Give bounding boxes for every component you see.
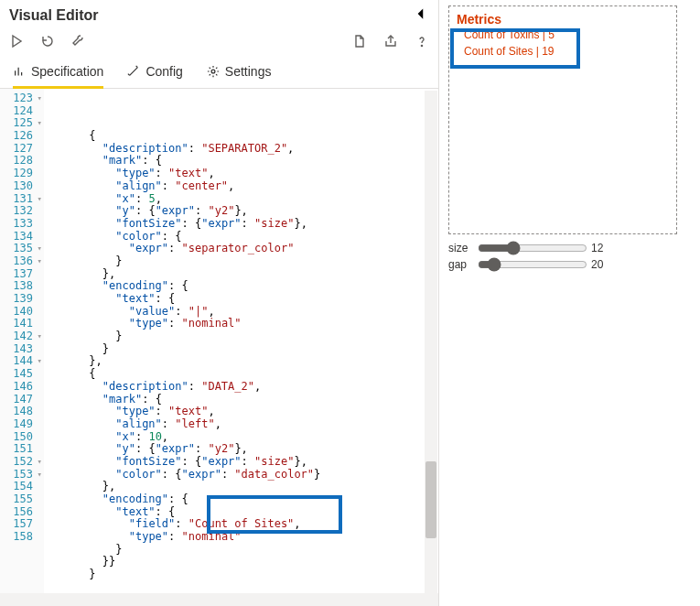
visual-canvas[interactable]: Metrics Count of Toxins | 5Count of Site…: [448, 5, 677, 234]
tab-specification[interactable]: Specification: [13, 57, 103, 88]
parameter-sliders: size 12 gap 20: [448, 240, 691, 273]
slider-label: size: [448, 242, 474, 254]
gear-icon: [207, 65, 220, 78]
fix-icon[interactable]: [71, 34, 86, 51]
slider-gap: gap 20: [448, 256, 691, 273]
reset-icon[interactable]: [40, 34, 55, 51]
line-number-gutter: 123▾124125▾126127128129130131▾1321331341…: [0, 89, 44, 606]
svg-point-1: [211, 70, 215, 73]
slider-size: size 12: [448, 240, 691, 256]
horizontal-scrollbar[interactable]: [0, 593, 438, 606]
tab-label: Settings: [225, 64, 272, 79]
tab-config[interactable]: Config: [127, 57, 182, 88]
tab-label: Config: [145, 64, 182, 79]
export-icon[interactable]: [383, 34, 398, 51]
slider-label: gap: [448, 258, 474, 271]
vertical-scrollbar[interactable]: [425, 91, 437, 604]
run-icon[interactable]: [9, 34, 24, 51]
tab-label: Specification: [31, 64, 103, 79]
slider-size-input[interactable]: [478, 241, 587, 255]
editor-tabs: Specification Config Settings: [0, 57, 438, 89]
bar-chart-icon: [13, 65, 26, 78]
visual-editor-pane: Visual Editor Specification Config: [0, 0, 439, 606]
collapse-pane-button[interactable]: [413, 5, 429, 25]
editor-title: Visual Editor: [9, 7, 413, 24]
preview-pane: Metrics Count of Toxins | 5Count of Site…: [439, 0, 700, 606]
scrollbar-thumb[interactable]: [425, 461, 436, 538]
slider-gap-input[interactable]: [478, 257, 587, 272]
code-editor[interactable]: 123▾124125▾126127128129130131▾1321331341…: [0, 89, 438, 606]
svg-point-0: [421, 45, 422, 46]
wand-icon: [127, 65, 140, 78]
code-content[interactable]: { "description": "SEPARATOR_2", "mark": …: [44, 89, 438, 606]
visual-title: Metrics: [457, 12, 669, 27]
slider-value: 12: [591, 242, 613, 254]
tab-settings[interactable]: Settings: [207, 57, 272, 88]
new-file-icon[interactable]: [352, 34, 367, 51]
highlight-annotation-visual: [450, 28, 580, 69]
help-icon[interactable]: [415, 34, 429, 51]
slider-value: 20: [591, 258, 613, 271]
editor-toolbar: [0, 28, 438, 57]
